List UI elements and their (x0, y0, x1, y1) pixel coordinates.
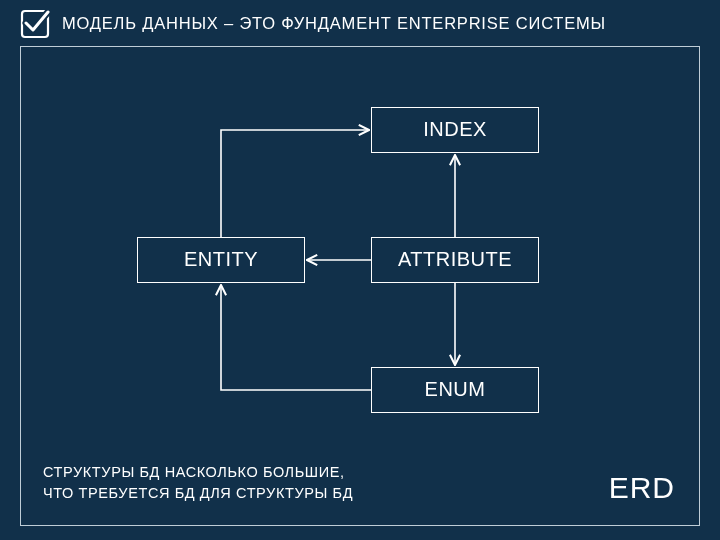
slide: МОДЕЛЬ ДАННЫХ – ЭТО ФУНДАМЕНТ ENTERPRISE… (0, 0, 720, 540)
node-label: ATTRIBUTE (398, 248, 512, 270)
node-enum: ENUM (371, 367, 539, 413)
node-entity: ENTITY (137, 237, 305, 283)
caption-line: ЧТО ТРЕБУЕТСЯ БД ДЛЯ СТРУКТУРЫ БД (43, 485, 353, 501)
node-label: ENUM (425, 378, 486, 400)
diagram-frame: INDEX ENTITY ATTRIBUTE ENUM СТРУКТУРЫ БД… (20, 46, 700, 526)
node-index: INDEX (371, 107, 539, 153)
slide-title: МОДЕЛЬ ДАННЫХ – ЭТО ФУНДАМЕНТ ENTERPRISE… (62, 14, 606, 33)
node-label: INDEX (423, 118, 487, 140)
diagram-edges (21, 47, 701, 527)
caption-line: СТРУКТУРЫ БД НАСКОЛЬКО БОЛЬШИЕ, (43, 464, 345, 480)
corner-label: ERD (609, 471, 675, 505)
node-attribute: ATTRIBUTE (371, 237, 539, 283)
node-label: ENTITY (184, 248, 258, 270)
slide-caption: СТРУКТУРЫ БД НАСКОЛЬКО БОЛЬШИЕ, ЧТО ТРЕБ… (43, 462, 353, 506)
checkbox-checked-icon-overlay (20, 9, 50, 39)
